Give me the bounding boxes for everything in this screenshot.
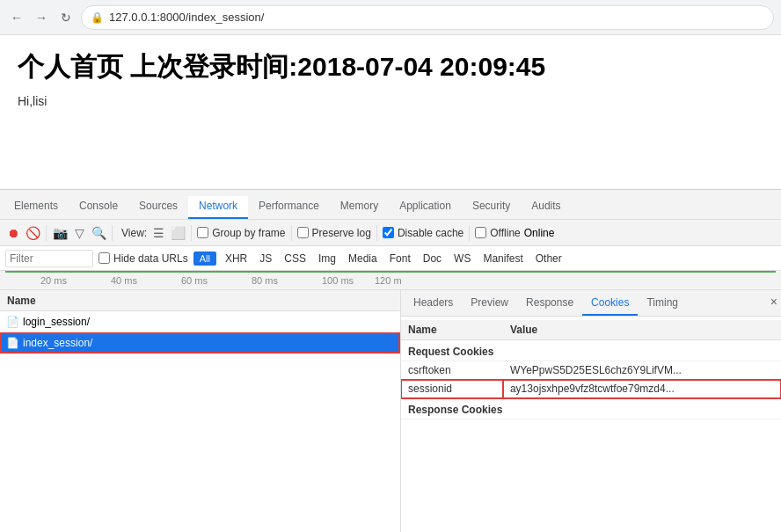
offline-label[interactable]: Offline <box>475 227 520 239</box>
tab-performance[interactable]: Performance <box>248 196 330 219</box>
view-waterfall-button[interactable]: ⬜ <box>170 225 186 241</box>
lock-icon: 🔒 <box>91 11 104 24</box>
filter-other[interactable]: Other <box>532 251 566 266</box>
cookie-row-sessionid[interactable]: sessionid ay13ojsxhpe9vfz8tcwtfoe79mzd4.… <box>401 380 781 398</box>
filter-js[interactable]: JS <box>256 251 275 266</box>
page-content: 个人首页 上次登录时间:2018-07-04 20:09:45 Hi,lisi <box>0 35 781 189</box>
group-by-frame-checkbox[interactable] <box>197 227 208 238</box>
timeline-green-line <box>5 271 776 273</box>
file-icon-login: 📄 <box>5 315 19 329</box>
timeline-marker-20: 20 ms <box>40 275 67 286</box>
view-list-button[interactable]: ☰ <box>150 225 166 241</box>
preserve-log-checkbox[interactable] <box>297 227 309 238</box>
record-button[interactable]: ⏺ <box>5 225 21 241</box>
cookie-value-csrftoken: WYePpwS5D25ESL6chz6Y9LifVM... <box>503 361 781 380</box>
details-tabs: × Headers Preview Response Cookies Timin… <box>401 290 781 317</box>
filter-manifest[interactable]: Manifest <box>479 251 526 266</box>
timeline-marker-100: 100 ms <box>322 275 354 286</box>
filter-ws[interactable]: WS <box>450 251 474 266</box>
request-list: Name 📄 login_session/ 📄 index_session/ <box>0 290 401 532</box>
page-greeting: Hi,lisi <box>18 94 763 108</box>
clear-button[interactable]: 🚫 <box>25 225 40 241</box>
refresh-button[interactable]: ↻ <box>56 8 76 27</box>
back-button[interactable]: ← <box>7 8 26 27</box>
disable-cache-checkbox[interactable] <box>383 227 394 238</box>
tab-elements[interactable]: Elements <box>4 196 69 219</box>
cookie-value-sessionid: ay13ojsxhpe9vfz8tcwtfoe79mzd4... <box>503 380 781 398</box>
tab-security[interactable]: Security <box>462 196 521 219</box>
filter-css[interactable]: CSS <box>281 251 310 266</box>
request-list-header: Name <box>0 290 400 311</box>
filter-all-button[interactable]: All <box>193 251 216 266</box>
preserve-log-label[interactable]: Preserve log <box>297 227 371 239</box>
hide-data-urls-label[interactable]: Hide data URLs <box>99 252 188 265</box>
timeline-marker-60: 60 ms <box>181 275 208 286</box>
tab-memory[interactable]: Memory <box>330 196 389 219</box>
offline-checkbox[interactable] <box>475 227 486 238</box>
browser-toolbar: ← → ↻ 🔒 127.0.0.1:8000/index_session/ <box>0 0 781 35</box>
disable-cache-label[interactable]: Disable cache <box>383 227 463 239</box>
filter-xhr[interactable]: XHR <box>222 251 251 266</box>
details-tab-headers[interactable]: Headers <box>405 293 462 316</box>
details-tab-preview[interactable]: Preview <box>462 293 517 316</box>
timeline-marker-120: 120 m <box>375 275 402 286</box>
url-text: 127.0.0.1:8000/index_session/ <box>109 11 264 24</box>
toolbar-divider-6 <box>469 225 470 241</box>
toolbar-divider-2 <box>112 225 113 241</box>
group-by-frame-label[interactable]: Group by frame <box>197 227 285 239</box>
online-text: Online <box>524 227 555 239</box>
request-name-login: login_session/ <box>23 316 90 328</box>
request-row-index[interactable]: 📄 index_session/ <box>0 332 400 353</box>
forward-button[interactable]: → <box>32 8 51 27</box>
request-row-login[interactable]: 📄 login_session/ <box>0 311 400 332</box>
timeline-marker-80: 80 ms <box>252 275 278 286</box>
devtools-tabs: Elements Console Sources Network Perform… <box>0 190 781 220</box>
network-main: Name 📄 login_session/ 📄 index_session/ ×… <box>0 290 781 532</box>
request-name-index: index_session/ <box>23 337 92 349</box>
close-details-button[interactable]: × <box>770 295 777 308</box>
filter-img[interactable]: Img <box>315 251 339 266</box>
tab-sources[interactable]: Sources <box>128 196 188 219</box>
devtools-panel: Elements Console Sources Network Perform… <box>0 189 781 532</box>
tab-console[interactable]: Console <box>69 196 128 219</box>
screenshot-button[interactable]: 📷 <box>52 225 68 241</box>
details-tab-timing[interactable]: Timing <box>638 293 687 316</box>
cookies-col-value: Value <box>503 320 781 340</box>
cookies-panel: Name Value Request Cookies csrftoken WYe… <box>401 317 781 532</box>
network-toolbar: ⏺ 🚫 📷 ▽ 🔍 View: ☰ ⬜ Group by frame Prese… <box>0 220 781 246</box>
toolbar-divider-4 <box>291 225 292 241</box>
filter-input[interactable] <box>5 250 93 267</box>
request-cookies-header: Request Cookies <box>401 340 781 361</box>
filter-button[interactable]: ▽ <box>71 225 87 241</box>
filter-media[interactable]: Media <box>345 251 381 266</box>
toolbar-divider-3 <box>191 225 192 241</box>
details-tab-cookies[interactable]: Cookies <box>582 293 638 316</box>
cookie-row-csrftoken[interactable]: csrftoken WYePpwS5D25ESL6chz6Y9LifVM... <box>401 361 781 380</box>
hide-data-urls-checkbox[interactable] <box>99 252 110 264</box>
tab-audits[interactable]: Audits <box>521 196 571 219</box>
request-details: × Headers Preview Response Cookies Timin… <box>401 290 781 532</box>
timeline-markers: 20 ms 40 ms 60 ms 80 ms 100 ms 120 m <box>5 271 776 289</box>
timeline-marker-40: 40 ms <box>111 275 137 286</box>
view-label: View: <box>121 227 147 239</box>
toolbar-divider-1 <box>46 225 47 241</box>
cookie-name-csrftoken: csrftoken <box>401 361 503 380</box>
details-tab-response[interactable]: Response <box>517 293 582 316</box>
cookie-name-sessionid: sessionid <box>401 380 503 398</box>
tab-network[interactable]: Network <box>188 196 248 219</box>
cookies-col-name: Name <box>401 320 503 340</box>
filter-doc[interactable]: Doc <box>420 251 445 266</box>
timeline-bar: 20 ms 40 ms 60 ms 80 ms 100 ms 120 m <box>0 271 781 290</box>
file-icon-index: 📄 <box>5 336 19 350</box>
page-title: 个人首页 上次登录时间:2018-07-04 20:09:45 <box>18 49 763 85</box>
toolbar-divider-5 <box>376 225 377 241</box>
tab-application[interactable]: Application <box>389 196 462 219</box>
cookies-table: Name Value Request Cookies csrftoken WYe… <box>401 320 781 419</box>
filter-bar: Hide data URLs All XHR JS CSS Img Media … <box>0 246 781 271</box>
response-cookies-header: Response Cookies <box>401 398 781 419</box>
address-bar[interactable]: 🔒 127.0.0.1:8000/index_session/ <box>81 5 774 30</box>
filter-font[interactable]: Font <box>386 251 414 266</box>
search-button[interactable]: 🔍 <box>91 225 106 241</box>
